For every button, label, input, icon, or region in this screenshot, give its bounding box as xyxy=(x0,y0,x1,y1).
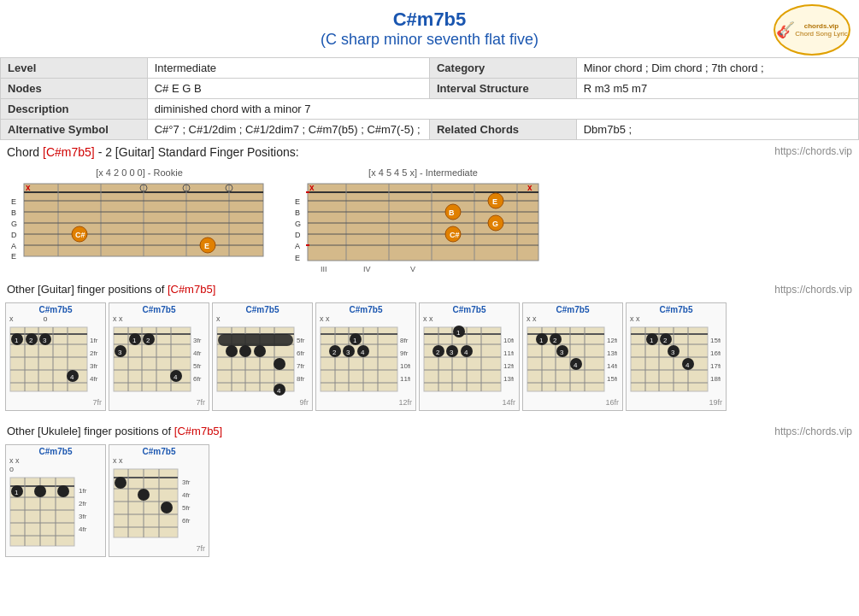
svg-text:3: 3 xyxy=(560,349,564,356)
uke-chord-1: C#m7b5 x xo 1 1fr 2fr 3fr 4fr xyxy=(5,444,106,557)
uke-chord-2: C#m7b5 x x 3fr 4fr 5fr 6fr 7fr xyxy=(109,444,209,557)
diagram1-label: [x 4 2 0 0 0] - Rookie xyxy=(7,167,272,178)
other-ukulele-header: Other [Ukulele] finger positions of [C#m… xyxy=(0,421,859,441)
svg-text:x: x xyxy=(527,183,532,192)
svg-text:4: 4 xyxy=(174,373,178,381)
svg-text:V: V xyxy=(410,265,415,273)
other-guitar-label: Other [Guitar] finger positions of [C#m7… xyxy=(7,283,215,296)
svg-text:3: 3 xyxy=(450,349,454,356)
svg-text:C#: C# xyxy=(450,231,460,239)
svg-text:III: III xyxy=(321,265,327,273)
category-label: Category xyxy=(429,58,576,79)
svg-text:G: G xyxy=(492,220,498,228)
svg-text:1: 1 xyxy=(539,337,544,344)
svg-point-114 xyxy=(226,345,238,357)
interval-value: R m3 m5 m7 xyxy=(576,79,858,99)
chord-suffix: - 2 [Guitar] Standard Finger Positions: xyxy=(98,145,299,159)
svg-text:15fr: 15fr xyxy=(710,337,721,344)
chord-name-link[interactable]: [C#m7b5] xyxy=(43,145,95,159)
svg-rect-146 xyxy=(424,327,501,391)
chord-subtitle: (C sharp minor seventh flat five) xyxy=(0,31,859,49)
svg-point-238 xyxy=(115,477,126,489)
svg-text:16fr: 16fr xyxy=(710,349,721,357)
fretboard-svg-2: E B G D A E x x III IV V E B G xyxy=(291,179,556,273)
svg-text:2: 2 xyxy=(29,337,33,344)
svg-text:C#: C# xyxy=(75,231,85,239)
ukulele-chords-grid: C#m7b5 x xo 1 1fr 2fr 3fr 4fr C#m7b5 x x xyxy=(0,441,859,560)
other-ukulele-chord-link[interactable]: [C#m7b5] xyxy=(174,425,222,437)
svg-text:10fr: 10fr xyxy=(400,362,410,370)
interval-label: Interval Structure xyxy=(429,79,576,99)
related-label: Related Chords xyxy=(429,120,576,140)
svg-text:E: E xyxy=(11,252,16,261)
svg-text:11fr: 11fr xyxy=(503,349,514,357)
fretboard-svg-1: E B G D A E x E C# xyxy=(7,179,272,265)
svg-text:5fr: 5fr xyxy=(182,504,191,512)
svg-text:x: x xyxy=(309,183,315,192)
level-label: Level xyxy=(1,58,148,79)
svg-text:IV: IV xyxy=(363,265,371,273)
svg-text:8fr: 8fr xyxy=(400,337,409,344)
svg-text:4: 4 xyxy=(277,387,281,395)
guitar-chord-5: C#m7b5 x x 1 2 3 4 10fr 11fr 12fr 13fr 1… xyxy=(419,302,520,411)
nodes-label: Nodes xyxy=(1,79,148,99)
svg-text:B: B xyxy=(449,208,455,217)
svg-text:2: 2 xyxy=(332,349,337,356)
main-diagram-2: [x 4 5 4 5 x] - Intermediate E B G D A E xyxy=(291,167,556,276)
main-diagrams-row: [x 4 2 0 0 0] - Rookie E B G D A E xyxy=(0,164,859,279)
svg-text:3: 3 xyxy=(671,349,675,356)
svg-text:4: 4 xyxy=(70,373,74,381)
description-label: Description xyxy=(1,99,148,120)
svg-text:1: 1 xyxy=(353,337,357,344)
alt-symbol-label: Alternative Symbol xyxy=(1,120,148,140)
svg-point-223 xyxy=(34,485,46,497)
other-ukulele-right-link: https://chords.vip xyxy=(774,425,852,437)
svg-text:3: 3 xyxy=(43,337,47,344)
svg-text:3fr: 3fr xyxy=(193,337,202,344)
svg-text:1fr: 1fr xyxy=(79,487,87,495)
chord-prefix: Chord xyxy=(7,145,39,159)
svg-text:6fr: 6fr xyxy=(297,349,305,357)
svg-text:2: 2 xyxy=(663,337,668,344)
svg-text:9fr: 9fr xyxy=(400,349,409,357)
svg-text:6fr: 6fr xyxy=(182,517,191,525)
svg-point-115 xyxy=(239,345,251,357)
svg-rect-26 xyxy=(308,184,538,261)
svg-text:4fr: 4fr xyxy=(182,491,191,499)
svg-text:5fr: 5fr xyxy=(193,362,202,370)
svg-text:4: 4 xyxy=(464,349,468,356)
svg-text:18fr: 18fr xyxy=(710,375,721,383)
other-ukulele-label: Other [Ukulele] finger positions of [C#m… xyxy=(7,425,222,437)
level-value: Intermediate xyxy=(147,58,429,79)
svg-text:4fr: 4fr xyxy=(193,349,202,357)
chord-section-right-link[interactable]: https://chords.vip xyxy=(774,145,852,157)
svg-rect-113 xyxy=(218,334,293,346)
svg-text:A: A xyxy=(295,242,300,250)
svg-text:12fr: 12fr xyxy=(503,362,514,370)
svg-text:E: E xyxy=(492,197,497,206)
page-header: C#m7b5 (C sharp minor seventh flat five)… xyxy=(0,0,859,53)
svg-text:1: 1 xyxy=(15,337,19,344)
info-table: Level Intermediate Category Minor chord … xyxy=(0,57,859,140)
svg-point-240 xyxy=(161,502,173,513)
guitar-chord-3: C#m7b5 x 5fr 6fr 7fr 8fr 4 9fr xyxy=(212,302,313,411)
svg-text:4: 4 xyxy=(685,361,690,369)
svg-text:G: G xyxy=(295,220,301,228)
other-guitar-chord-link[interactable]: [C#m7b5] xyxy=(168,283,215,296)
site-logo[interactable]: 🎸 chords.vipChord Song Lyric xyxy=(774,4,850,56)
nodes-value: C# E G B xyxy=(147,79,429,99)
alt-symbol-value: C#°7 ; C#1/2dim ; C#1/2dim7 ; C#m7(b5) ;… xyxy=(147,120,429,140)
svg-text:8fr: 8fr xyxy=(297,375,305,383)
svg-text:B: B xyxy=(11,208,16,217)
svg-point-224 xyxy=(57,485,69,497)
svg-text:3fr: 3fr xyxy=(182,478,191,486)
svg-text:4: 4 xyxy=(361,349,365,356)
svg-text:3: 3 xyxy=(118,349,122,356)
svg-text:2: 2 xyxy=(146,337,150,344)
guitar-chord-7: C#m7b5 x x 1 2 3 4 15fr 16fr 17fr 18fr 1… xyxy=(626,302,727,411)
svg-point-117 xyxy=(274,358,285,370)
svg-point-116 xyxy=(254,345,266,357)
svg-text:14fr: 14fr xyxy=(607,362,617,370)
svg-text:4fr: 4fr xyxy=(90,375,98,383)
diagram2-label: [x 4 5 4 5 x] - Intermediate xyxy=(291,167,556,178)
